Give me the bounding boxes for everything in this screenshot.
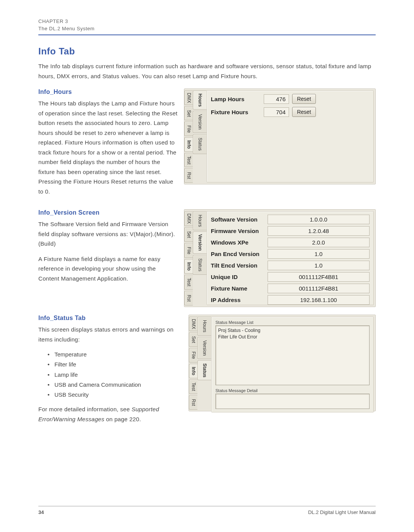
tab-set[interactable]: Set	[189, 332, 197, 347]
list-item: USB Security	[48, 390, 182, 400]
ip-address-value: 192.168.1.100	[268, 295, 370, 305]
status-detail-label: Status Message Detail	[215, 388, 370, 393]
version-body-1: The Software Version field and Firmware …	[38, 219, 178, 249]
list-item: Filter life	[48, 360, 182, 369]
page-header: CHAPTER 3 The DL.2 Menu System	[38, 18, 376, 31]
header-rule	[38, 34, 376, 35]
version-body-2: A Fixture Name field displays a name for…	[38, 254, 178, 284]
chapter-title: The DL.2 Menu System	[38, 26, 376, 31]
version-panel-body: Software Version1.0.0.0 Firmware Version…	[207, 211, 374, 305]
tab-info[interactable]: Info	[189, 364, 197, 378]
status-list-label: Status Message List	[215, 320, 370, 325]
tab-version[interactable]: Version	[193, 111, 207, 133]
software-version-label: Software Version	[211, 216, 264, 223]
doc-title: DL.2 Digital Light User Manual	[308, 509, 376, 515]
tab-dmx[interactable]: DMX	[184, 90, 193, 105]
firmware-version-value: 1.2.0.48	[268, 226, 370, 236]
tilt-encd-value: 1.0	[268, 261, 370, 270]
inner-tabs: Hours Version Status	[193, 89, 207, 184]
tab-file[interactable]: File	[184, 122, 193, 136]
tab-set[interactable]: Set	[184, 106, 193, 121]
tab-dmx[interactable]: DMX	[184, 211, 193, 226]
fixture-hours-reset-button[interactable]: Reset	[292, 107, 316, 117]
outer-tabs: DMX Set File Info Test Rst	[184, 210, 193, 307]
tab-test[interactable]: Test	[184, 275, 193, 290]
version-panel: DMX Set File Info Test Rst Hours Version…	[184, 209, 376, 307]
hours-heading: Info_Hours	[38, 89, 178, 95]
status-panel: DMX Set File Info Test Rst Hours Version…	[189, 315, 376, 411]
lamp-hours-row: Lamp Hours 476 Reset	[211, 94, 370, 104]
tab-status[interactable]: Status	[193, 255, 207, 275]
tab-dmx[interactable]: DMX	[189, 317, 197, 331]
intro-paragraph: The Info tab displays current fixture in…	[38, 61, 376, 81]
unique-id-value: 0011112F4B81	[268, 272, 370, 282]
tab-version[interactable]: Version	[197, 337, 211, 359]
list-item: USB and Camera Communication	[48, 380, 182, 390]
fixture-hours-value: 704	[264, 107, 289, 117]
status-list-item[interactable]: Proj Status - Cooling	[218, 327, 367, 334]
software-version-value: 1.0.0.0	[268, 215, 370, 224]
version-heading: Info_Version Screen	[38, 209, 178, 216]
list-item: Temperature	[48, 350, 182, 360]
status-panel-body: Status Message List Proj Status - Coolin…	[211, 317, 374, 412]
tab-info[interactable]: Info	[184, 137, 193, 152]
tab-hours[interactable]: Hours	[193, 90, 207, 110]
tab-file[interactable]: File	[184, 243, 193, 258]
fixture-hours-label: Fixture Hours	[211, 109, 261, 115]
tilt-encd-label: Tilt Encd Version	[211, 262, 264, 269]
status-message-detail	[215, 394, 370, 409]
pan-encd-value: 1.0	[268, 249, 370, 259]
tab-hours[interactable]: Hours	[197, 317, 211, 336]
fixture-name-value: 0011112F4B81	[268, 284, 370, 293]
tab-rst[interactable]: Rst	[189, 395, 197, 410]
page-number: 34	[38, 509, 44, 515]
tab-test[interactable]: Test	[184, 153, 193, 167]
lamp-hours-value: 476	[264, 94, 289, 104]
hours-body: The Hours tab displays the Lamp and Fixt…	[38, 99, 178, 196]
windows-xpe-label: Windows XPe	[211, 239, 264, 246]
tab-set[interactable]: Set	[184, 227, 193, 242]
status-heading: Info_Status Tab	[38, 315, 182, 322]
status-body-1: This screen displays status errors and w…	[38, 325, 182, 344]
tab-rst[interactable]: Rst	[184, 291, 193, 306]
hours-panel: DMX Set File Info Test Rst Hours Version…	[184, 89, 376, 184]
status-body-2: For more detailed information, see Suppo…	[38, 404, 182, 424]
inner-tabs: Hours Version Status	[193, 210, 207, 307]
status-bullets: Temperature Filter life Lamp life USB an…	[48, 350, 182, 400]
windows-xpe-value: 2.0.0	[268, 238, 370, 247]
page-footer: 34 DL.2 Digital Light User Manual	[38, 506, 376, 515]
pan-encd-label: Pan Encd Version	[211, 251, 264, 257]
outer-tabs: DMX Set File Info Test Rst	[184, 89, 193, 184]
inner-tabs: Hours Version Status	[197, 315, 211, 411]
lamp-hours-label: Lamp Hours	[211, 96, 261, 102]
status-message-list[interactable]: Proj Status - Cooling Filter Life Out Er…	[215, 325, 370, 385]
chapter-label: CHAPTER 3	[38, 18, 376, 24]
outer-tabs: DMX Set File Info Test Rst	[189, 315, 197, 411]
tab-info[interactable]: Info	[184, 259, 193, 274]
status-list-item[interactable]: Filter Life Out Error	[218, 334, 367, 340]
firmware-version-label: Firmware Version	[211, 228, 264, 234]
tab-status[interactable]: Status	[197, 360, 211, 380]
tab-hours[interactable]: Hours	[193, 211, 207, 230]
tab-test[interactable]: Test	[189, 379, 197, 394]
tab-file[interactable]: File	[189, 348, 197, 363]
unique-id-label: Unique ID	[211, 274, 264, 280]
tab-rst[interactable]: Rst	[184, 168, 193, 183]
tab-version[interactable]: Version	[193, 232, 207, 254]
hours-panel-body: Lamp Hours 476 Reset Fixture Hours 704 R…	[207, 90, 374, 182]
fixture-name-label: Fixture Name	[211, 285, 264, 292]
lamp-hours-reset-button[interactable]: Reset	[292, 94, 316, 104]
tab-status[interactable]: Status	[193, 134, 207, 154]
page-title: Info Tab	[38, 46, 376, 57]
list-item: Lamp life	[48, 370, 182, 380]
ip-address-label: IP Address	[211, 297, 264, 303]
fixture-hours-row: Fixture Hours 704 Reset	[211, 107, 370, 117]
